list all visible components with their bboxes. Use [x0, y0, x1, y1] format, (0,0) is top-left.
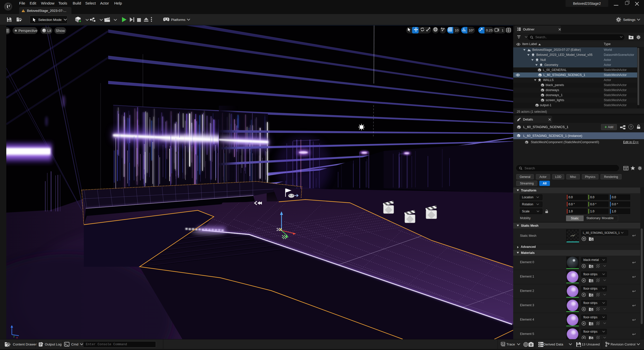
- svg-text:y: y: [13, 335, 15, 338]
- svg-text:x: x: [16, 336, 18, 339]
